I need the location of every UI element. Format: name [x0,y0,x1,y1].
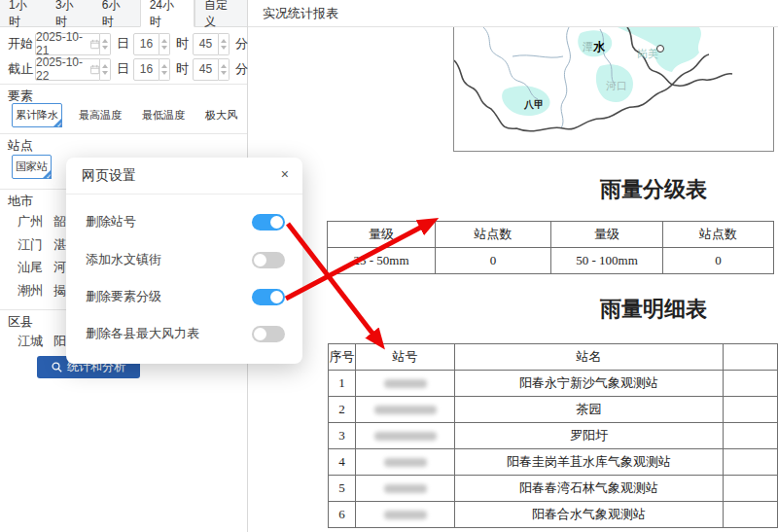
end-minute-stepper[interactable] [219,58,230,81]
report-panel: 实况统计报表 [248,0,778,532]
detail-header-row: 序号 站号 站名 [329,344,778,371]
day-unit-label: 日 [117,60,129,78]
cell-clipped [724,397,778,423]
county-item-jiangcheng[interactable]: 江城 [18,333,43,350]
time-range-tabs: 1小时 3小时 6小时 24小时 自定义 [0,0,247,27]
close-icon[interactable]: × [281,166,289,182]
end-minute-value: 45 [199,62,212,76]
map-label-hekou: 河口 [606,80,627,91]
end-hour-stepper[interactable] [159,58,170,81]
cell-index: 5 [329,476,356,502]
modal-title: 网页设置 [82,167,136,185]
cell-index: 3 [329,423,356,449]
start-date-input[interactable]: 2025-10-21 [35,33,100,55]
start-hour-value: 16 [140,37,153,51]
end-hour-input[interactable]: 16 [133,58,159,81]
cell-station-name: 罗阳圩 [455,423,724,449]
tab-1-hour[interactable]: 1小时 [0,0,47,26]
toggle-remove-station-id[interactable] [252,214,285,231]
header-cell-station-id: 站号 [355,344,454,371]
end-date-value: 2025-10-22 [36,55,87,83]
county-item-partial-yang[interactable]: 阳 [53,333,66,350]
option-max-temp[interactable]: 最高温度 [75,103,125,127]
search-icon [52,362,62,372]
tab-custom[interactable]: 自定义 [194,0,247,26]
minute-unit-label: 分 [235,35,248,53]
city-item-chaozhou[interactable]: 潮州 [18,282,43,300]
cell-station-id-redacted [355,502,454,528]
city-item-shanwei[interactable]: 汕尾 [18,259,43,276]
cell-level-range: 25 - 50mm [328,248,436,274]
start-minute-input[interactable]: 45 [193,33,219,55]
end-time-row: 截止 2025-10-22 日 16 时 45 分 [8,57,252,81]
rainfall-map: 潭水 岗美 河口 八甲 [453,27,774,152]
map-canvas: 潭水 岗美 河口 八甲 [454,27,774,152]
tab-6-hour[interactable]: 6小时 [93,0,140,26]
calendar-icon [90,39,99,50]
cell-station-name: 阳春合水气象观测站 [455,502,724,528]
start-minute-stepper[interactable] [219,33,230,55]
city-item-jiangmen[interactable]: 江门 [18,236,43,254]
grading-table-title: 雨量分级表 [517,175,778,204]
tab-24-hour[interactable]: 24小时 [140,0,194,27]
cell-clipped [724,449,778,476]
station-section-label: 站点 [8,137,33,155]
cell-station-name: 阳春永宁新沙气象观测站 [455,371,724,397]
cell-index: 2 [329,397,356,423]
map-label-bajia: 八甲 [523,99,544,110]
table-row: 3 罗阳圩 [329,423,778,449]
option-accumulated-precip[interactable]: 累计降水 [12,103,62,127]
tab-3-hour[interactable]: 3小时 [47,0,93,26]
detail-table-title: 雨量明细表 [517,295,778,324]
toggle-remove-element-grading[interactable] [252,289,285,305]
start-date-value: 2025-10-21 [36,30,87,57]
element-options: 累计降水 最高温度 最低温度 极大风 [12,103,241,127]
start-hour-stepper[interactable] [159,33,170,55]
start-time-row: 开始 2025-10-21 日 16 时 45 分 [8,32,252,55]
cell-clipped [724,371,778,397]
rain-detail-table: 序号 站号 站名 1 阳春永宁新沙气象观测站 2 茶园 3 罗阳圩 [328,343,778,528]
header-cell-clipped [724,344,778,371]
option-min-temp[interactable]: 最低温度 [138,103,189,127]
header-cell-station-count: 站点数 [436,222,551,248]
table-row: 4 阳春圭岗羊苴水库气象观测站 [329,449,778,476]
toggle-remove-county-max-wind[interactable] [252,326,285,342]
header-cell-station-count: 站点数 [663,222,774,248]
cell-station-id-redacted [355,371,454,397]
option-max-wind[interactable]: 极大风 [201,103,241,127]
cell-clipped [724,502,778,528]
setting-row-add-hydrology-towns: 添加水文镇街 [86,250,285,269]
setting-row-remove-element-grading: 删除要素分级 [86,287,285,306]
start-date-stepper[interactable] [100,33,111,55]
city-item-partial-zhan[interactable]: 湛 [53,236,66,254]
end-minute-input[interactable]: 45 [193,58,219,81]
web-settings-modal: 网页设置 × 删除站号 添加水文镇街 删除要素分级 删除各县最大风力表 [66,158,302,364]
minute-unit-label: 分 [235,60,248,78]
cell-clipped [724,423,778,449]
option-national-station[interactable]: 国家站 [12,155,52,179]
end-date-stepper[interactable] [100,58,111,81]
setting-label: 删除各县最大风力表 [86,325,199,342]
cell-station-id-redacted [355,476,454,502]
city-item-partial-jie[interactable]: 揭 [53,282,66,300]
cell-station-id-redacted [355,449,454,476]
city-item-partial-shao[interactable]: 韶 [53,213,66,231]
modal-header: 网页设置 × [66,158,302,195]
hour-unit-label: 时 [176,35,189,53]
header-cell-index: 序号 [329,344,356,371]
end-date-input[interactable]: 2025-10-22 [35,58,100,81]
city-item-guangzhou[interactable]: 广州 [18,213,43,231]
cell-station-name: 阳春春湾石林气象观测站 [455,476,724,502]
header-cell-level: 量级 [551,222,663,248]
tab-live-statistics-report[interactable]: 实况统计报表 [248,5,353,22]
map-label-tanshui: 潭水 [583,40,606,53]
toggle-add-hydrology-towns[interactable] [252,252,285,268]
start-hour-input[interactable]: 16 [133,33,159,55]
city-section-label: 地市 [8,193,33,210]
cell-station-id-redacted [355,397,454,423]
county-section-label: 区县 [8,313,33,331]
cell-station-name: 阳春圭岗羊苴水库气象观测站 [455,449,724,476]
grading-header-row: 量级 站点数 量级 站点数 [328,222,774,248]
city-item-partial-he[interactable]: 河 [53,259,66,276]
section-divider [0,133,247,134]
